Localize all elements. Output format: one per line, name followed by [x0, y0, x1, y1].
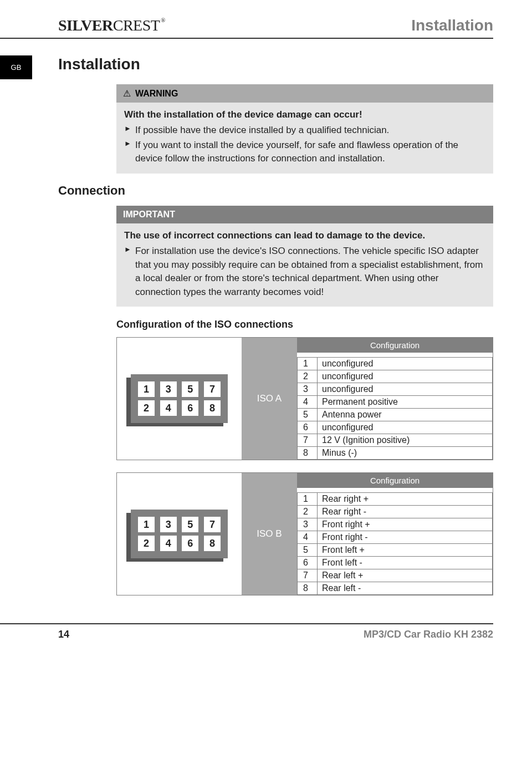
table-row: 8Minus (-): [298, 447, 493, 460]
pin-label: 6: [182, 400, 198, 416]
page-header: SILVERCREST® Installation: [0, 17, 493, 39]
iso-a-table-header: Configuration: [297, 338, 493, 357]
pin-label: 7: [204, 517, 221, 532]
pin-label: 3: [160, 517, 177, 532]
iso-b-connector-diagram: 1 3 5 7 2 4 6 8: [117, 473, 242, 595]
pin-label: 4: [160, 536, 177, 551]
pin-label: 5: [182, 381, 198, 397]
iso-b-label: ISO B: [242, 473, 297, 595]
pin-config: Rear left +: [318, 569, 493, 582]
iso-a-connector-diagram: 1 3 5 7 2 4 6 8: [117, 338, 242, 460]
table-row: 3unconfigured: [298, 383, 493, 396]
pin-number: 3: [298, 518, 318, 531]
bullet-icon: ►: [124, 245, 135, 299]
warning-icon: ⚠: [123, 88, 131, 99]
pin-number: 2: [298, 506, 318, 518]
pin-number: 7: [298, 434, 318, 447]
pin-config: Front right -: [318, 531, 493, 544]
pin-label: 4: [160, 400, 177, 416]
pin-config: unconfigured: [318, 370, 493, 383]
pin-number: 1: [298, 493, 318, 506]
warning-callout: ⚠ WARNING With the installation of the d…: [116, 84, 493, 174]
important-callout: IMPORTANT The use of incorrect connectio…: [116, 206, 493, 307]
brand-logo: SILVERCREST®: [58, 17, 165, 34]
table-row: 6Front left -: [298, 557, 493, 569]
pin-number: 1: [298, 358, 318, 370]
connector: 1 3 5 7 2 4 6 8: [131, 374, 228, 423]
important-banner: IMPORTANT: [116, 206, 493, 223]
brand-reg: ®: [161, 17, 165, 23]
pin-number: 6: [298, 421, 318, 434]
warning-label: WARNING: [135, 89, 178, 99]
important-bullet: ►For installation use the device's ISO c…: [124, 245, 485, 299]
pin-label: 5: [182, 517, 198, 532]
pin-label: 1: [138, 517, 155, 532]
pin-number: 5: [298, 544, 318, 557]
table-row: 2unconfigured: [298, 370, 493, 383]
table-row: 712 V (Ignition positive): [298, 434, 493, 447]
pin-number: 7: [298, 569, 318, 582]
connector: 1 3 5 7 2 4 6 8: [131, 510, 228, 558]
pin-config: Front right +: [318, 518, 493, 531]
page-number: 14: [58, 629, 69, 640]
warning-bullet: ►If you want to install the device yours…: [124, 139, 485, 166]
iso-b-block: 1 3 5 7 2 4 6 8 ISO B Configuration: [116, 472, 493, 595]
pin-config: unconfigured: [318, 358, 493, 370]
warning-body: With the installation of the device dama…: [116, 103, 493, 174]
pin-number: 5: [298, 409, 318, 421]
bullet-icon: ►: [124, 124, 135, 138]
brand-part-a: SILVER: [58, 17, 113, 34]
pin-config: Front left +: [318, 544, 493, 557]
pin-config: unconfigured: [318, 383, 493, 396]
iso-a-table-wrap: Configuration 1unconfigured 2unconfigure…: [297, 338, 493, 460]
connection-heading: Connection: [58, 184, 493, 198]
iso-a-block: 1 3 5 7 2 4 6 8 ISO A Configuration: [116, 337, 493, 460]
iso-a-table: 1unconfigured 2unconfigured 3unconfigure…: [297, 357, 493, 460]
warning-bullet: ►If possible have the device installed b…: [124, 124, 485, 138]
page-footer: 14 MP3/CD Car Radio KH 2382: [0, 623, 493, 640]
iso-b-table: 1Rear right + 2Rear right - 3Front right…: [297, 492, 493, 595]
pin-config: unconfigured: [318, 421, 493, 434]
pin-label: 1: [138, 381, 155, 397]
bullet-text: If possible have the device installed by…: [135, 124, 389, 138]
pin-label: 2: [138, 400, 155, 416]
pin-number: 8: [298, 447, 318, 460]
table-row: 6unconfigured: [298, 421, 493, 434]
warning-banner: ⚠ WARNING: [116, 84, 493, 103]
pin-label: 6: [182, 536, 198, 551]
pin-config: Front left -: [318, 557, 493, 569]
table-row: 2Rear right -: [298, 506, 493, 518]
pin-number: 4: [298, 396, 318, 409]
bullet-text: For installation use the device's ISO co…: [135, 245, 485, 299]
pin-number: 8: [298, 582, 318, 595]
iso-b-table-wrap: Configuration 1Rear right + 2Rear right …: [297, 473, 493, 595]
table-row: 3Front right +: [298, 518, 493, 531]
table-row: 8Rear left -: [298, 582, 493, 595]
page-title: Installation: [58, 55, 493, 73]
product-name: MP3/CD Car Radio KH 2382: [364, 629, 493, 640]
pin-label: 3: [160, 381, 177, 397]
warning-lead: With the installation of the device dama…: [124, 109, 485, 120]
pin-config: Rear right +: [318, 493, 493, 506]
pin-label: 8: [204, 536, 221, 551]
important-body: The use of incorrect connections can lea…: [116, 223, 493, 307]
bullet-text: If you want to install the device yourse…: [135, 139, 485, 166]
pin-label: 8: [204, 400, 221, 416]
pin-config: 12 V (Ignition positive): [318, 434, 493, 447]
important-lead: The use of incorrect connections can lea…: [124, 230, 485, 241]
table-row: 5Antenna power: [298, 409, 493, 421]
brand-part-b: CREST: [113, 17, 160, 34]
language-tab: GB: [0, 55, 32, 79]
table-row: 7Rear left +: [298, 569, 493, 582]
pin-label: 7: [204, 381, 221, 397]
pin-number: 6: [298, 557, 318, 569]
pin-config: Permanent positive: [318, 396, 493, 409]
pin-config: Rear right -: [318, 506, 493, 518]
bullet-icon: ►: [124, 139, 135, 166]
pin-number: 2: [298, 370, 318, 383]
iso-config-heading: Configuration of the ISO connections: [116, 319, 493, 330]
iso-b-table-header: Configuration: [297, 473, 493, 492]
table-row: 4Permanent positive: [298, 396, 493, 409]
pin-label: 2: [138, 536, 155, 551]
table-row: 4Front right -: [298, 531, 493, 544]
